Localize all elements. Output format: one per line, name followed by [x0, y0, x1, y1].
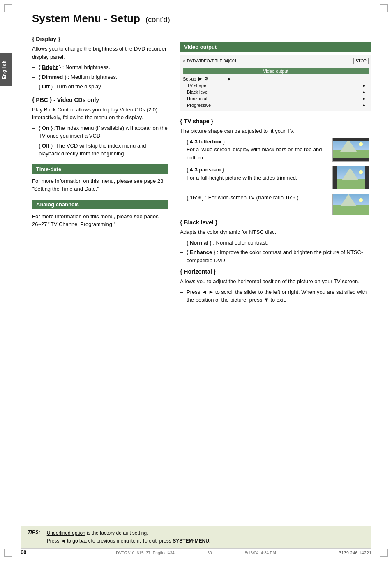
- tips-line2: Press ◄ to go back to previous menu item…: [47, 537, 210, 545]
- vo-item-dot: ●: [362, 103, 365, 108]
- list-item: { Off } :The VCD will skip the index men…: [32, 142, 168, 158]
- list-item: { Dimmed } : Medium brightness.: [32, 73, 168, 81]
- vo-item-horizontal: Horizontal ●: [187, 95, 369, 102]
- display-list: { Bright } : Normal brightness. { Dimmed…: [32, 63, 168, 91]
- black-level-description: Adapts the color dynamic for NTSC disc.: [180, 228, 371, 236]
- list-item: { On } :The index menu (if available) wi…: [32, 124, 168, 140]
- tv-shape-letterbox-row: { 4:3 letterbox } : For a 'wide-screen' …: [180, 138, 371, 162]
- vo-item-black-level: Black level ●: [187, 89, 369, 95]
- letterbox-bottom-bar: [333, 158, 369, 161]
- panscan-left-bar: [333, 166, 337, 189]
- black-level-section: { Black level } Adapts the color dynamic…: [180, 219, 371, 264]
- vo-item-dot: ●: [362, 83, 365, 88]
- vo-item-dot: ●: [362, 90, 365, 95]
- vo-header-row: ○ DVD-VIDEO-TITLE 04|C01 STOP: [183, 58, 369, 66]
- footer-date: 8/16/04, 4:34 PM: [245, 551, 276, 555]
- sun-shape: [359, 142, 363, 146]
- vo-dvd-label: ○ DVD-VIDEO-TITLE 04|C01: [183, 59, 237, 63]
- setup-gear-icon: ⚙: [204, 76, 208, 81]
- horizontal-section: { Horizontal } Allows you to adjust the …: [180, 268, 371, 304]
- analog-channels-description: For more information on this menu, pleas…: [32, 212, 168, 229]
- list-item: { Normal } : Normal color contrast.: [180, 239, 371, 247]
- vo-item-tv-shape: TV shape ●: [187, 82, 369, 89]
- list-item: { Off } :Turn off the display.: [32, 83, 168, 91]
- pbc-title: { PBC } - Video CDs only: [32, 97, 168, 103]
- tv-shape-panscan-text: { 4:3 panscan } : For a full-height pict…: [180, 166, 328, 182]
- tv-shape-title: { TV shape }: [180, 118, 371, 125]
- footer-filename: DVDR610_615_37_Engfinal434: [116, 551, 174, 555]
- black-level-list: { Normal } : Normal color contrast. { En…: [180, 239, 371, 265]
- tv-shape-169-img: [332, 194, 371, 215]
- sun-shape: [359, 170, 363, 174]
- page-footer: DVDR610_615_37_Engfinal434 60 8/16/04, 4…: [116, 551, 276, 555]
- tv-shape-section: { TV shape } The picture shape can be ad…: [180, 118, 371, 215]
- footer-page: 60: [208, 551, 212, 555]
- time-date-description: For more information on this menu, pleas…: [32, 177, 168, 193]
- time-date-header: Time-date: [32, 164, 168, 174]
- video-output-header: Video output: [180, 42, 371, 52]
- display-description: Allows you to change the brightness of t…: [32, 45, 168, 61]
- disc-icon: ○: [183, 59, 185, 63]
- tips-content: Underlined option is the factory default…: [47, 529, 210, 545]
- video-output-box: ○ DVD-VIDEO-TITLE 04|C01 STOP Video outp…: [180, 55, 371, 111]
- time-date-section: Time-date For more information on this m…: [32, 164, 168, 193]
- mountain-shape: [342, 168, 358, 180]
- ground-bg: [333, 205, 369, 215]
- tips-section: TIPS: Underlined option is the factory d…: [21, 526, 371, 549]
- panscan-right-bar: [365, 166, 369, 189]
- analog-channels-header: Analog channels: [32, 200, 168, 209]
- tips-label: TIPS:: [28, 529, 40, 545]
- mountain-shape: [340, 194, 357, 206]
- ground-bg: [333, 179, 369, 189]
- tv-shape-panscan-img: [332, 166, 371, 189]
- horizontal-title: { Horizontal }: [180, 268, 371, 275]
- tv-shape-panscan-row: { 4:3 panscan } : For a full-height pict…: [180, 166, 371, 189]
- tips-line1: Underlined option is the factory default…: [47, 529, 210, 537]
- video-output-section: Video output ○ DVD-VIDEO-TITLE 04|C01 ST…: [180, 42, 371, 111]
- vo-menu-items: TV shape ● Black level ● Horizontal ●: [187, 82, 369, 109]
- vo-stop-label: STOP: [353, 58, 369, 64]
- list-item: { Bright } : Normal brightness.: [32, 63, 168, 72]
- sun-shape: [359, 198, 363, 202]
- mountain-shape: [340, 139, 357, 152]
- pbc-list: { On } :The index menu (if available) wi…: [32, 124, 168, 158]
- black-level-title: { Black level }: [180, 219, 371, 226]
- display-title: { Display }: [32, 36, 168, 42]
- tv-shape-letterbox-text: { 4:3 letterbox } : For a 'wide-screen' …: [180, 138, 328, 162]
- tv-shape-letterbox-img: [332, 138, 371, 162]
- vo-item-dot: ●: [362, 96, 365, 101]
- vo-item-progressive: Progressive ●: [187, 102, 369, 109]
- letterbox-top-bar: [333, 138, 369, 141]
- list-item: { Enhance } : Improve the color contrast…: [180, 248, 371, 264]
- vo-setup-label: Set-up: [183, 76, 196, 81]
- vo-menu-title: Video output: [183, 68, 369, 74]
- right-column: Video output ○ DVD-VIDEO-TITLE 04|C01 ST…: [180, 36, 371, 308]
- pbc-description: Play Back Control allows you to play Vid…: [32, 106, 168, 122]
- left-column: { Display } Allows you to change the bri…: [32, 36, 168, 308]
- page-title: System Menu - Setup (cont'd): [32, 12, 371, 28]
- tv-shape-description: The picture shape can be adjusted to fit…: [180, 127, 371, 135]
- setup-arrow-icon: ▶: [198, 76, 202, 81]
- footer-catalog: 3139 246 14221: [339, 550, 371, 555]
- pbc-section: { PBC } - Video CDs only Play Back Contr…: [32, 97, 168, 158]
- horizontal-description: Allows you to adjust the horizontal posi…: [180, 277, 371, 286]
- tv-shape-169-text: { 16:9 } : For wide-screen TV (frame rat…: [180, 194, 328, 202]
- list-item: Press ◄ ► to scroll the slider to the le…: [180, 288, 371, 304]
- setup-dot: ●: [227, 76, 230, 81]
- tv-shape-169-row: { 16:9 } : For wide-screen TV (frame rat…: [180, 194, 371, 215]
- display-section: { Display } Allows you to change the bri…: [32, 36, 168, 91]
- vo-setup-row: Set-up ▶ ⚙ ●: [183, 76, 369, 81]
- analog-channels-section: Analog channels For more information on …: [32, 200, 168, 229]
- horizontal-list: Press ◄ ► to scroll the slider to the le…: [180, 288, 371, 304]
- page-number: 60: [21, 549, 26, 555]
